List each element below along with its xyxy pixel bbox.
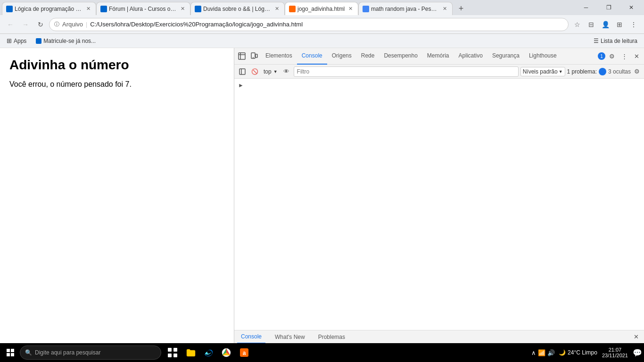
console-eye-icon[interactable]: 👁 xyxy=(281,66,292,77)
menu-icon[interactable]: ⋮ xyxy=(627,18,640,31)
profile-icon[interactable]: 👤 xyxy=(599,18,612,31)
taskbar-icons: a xyxy=(164,344,253,361)
network-icon[interactable]: 📶 xyxy=(538,349,545,356)
svg-rect-10 xyxy=(168,354,172,357)
tab2-close[interactable]: ✕ xyxy=(179,5,186,13)
edge-icon[interactable] xyxy=(200,344,217,361)
tray-expand-icon[interactable]: ∧ xyxy=(531,349,536,356)
tab-aplicativo[interactable]: Aplicativo xyxy=(454,48,487,65)
bottom-whats-new-label: What's New xyxy=(275,334,305,340)
start-button[interactable] xyxy=(2,344,19,361)
alura-bookmark[interactable]: Matricule-se já nos... xyxy=(33,37,99,45)
devtools-action-buttons xyxy=(236,50,260,62)
taskbar-search-bar[interactable]: 🔍 Digite aqui para pesquisar xyxy=(20,346,161,360)
tab-memoria[interactable]: Memória xyxy=(422,48,454,65)
tab-math[interactable]: math random java - Pesquis... ✕ xyxy=(358,2,453,15)
console-filter-input[interactable] xyxy=(294,66,519,77)
tab-rede-label: Rede xyxy=(361,52,375,59)
tab-seguranca[interactable]: Segurança xyxy=(487,48,524,65)
reload-button[interactable]: ↻ xyxy=(34,18,47,31)
taskbar-search-placeholder: Digite aqui para pesquisar xyxy=(35,349,100,356)
chrome-icon[interactable] xyxy=(218,344,235,361)
tab-duvida[interactable]: Duvida sobre o && | Lógica ... ✕ xyxy=(190,2,285,15)
alura-favicon xyxy=(36,38,41,44)
tab-rede[interactable]: Rede xyxy=(356,48,380,65)
extensions-icon[interactable]: ⊞ xyxy=(613,18,626,31)
console-sidebar-icon[interactable] xyxy=(237,66,248,77)
devtools-more-icon[interactable]: ⋮ xyxy=(619,50,630,62)
svg-rect-8 xyxy=(168,348,172,352)
volume-icon[interactable]: 🔊 xyxy=(547,349,555,356)
bottom-tab-console[interactable]: Console xyxy=(237,330,265,344)
console-levels-label: Níveis padrão xyxy=(523,68,558,75)
tab3-close[interactable]: ✕ xyxy=(273,5,281,13)
taskbar: 🔍 Digite aqui para pesquisar xyxy=(0,343,644,362)
tab-origens[interactable]: Origens xyxy=(327,48,356,65)
console-prompt: ► xyxy=(236,81,642,90)
tab-elementos-label: Elementos xyxy=(265,52,292,59)
window-controls xyxy=(575,0,642,15)
apps-bookmark[interactable]: ⊞ Apps xyxy=(4,36,29,45)
svg-rect-11 xyxy=(173,354,177,357)
tab-logica[interactable]: Lógica de programação I: Os... ✕ xyxy=(2,2,96,15)
tab-elementos[interactable]: Elementos xyxy=(261,48,297,65)
close-button[interactable] xyxy=(620,0,642,15)
reading-list-button[interactable]: ☰ Lista de leitura xyxy=(591,37,640,45)
tab-console[interactable]: Console xyxy=(297,48,327,65)
devtools-bottom-close[interactable]: ✕ xyxy=(631,332,641,342)
apps-grid-icon: ⊞ xyxy=(7,37,12,44)
new-tab-button[interactable]: + xyxy=(454,2,468,15)
console-body: ► xyxy=(234,79,644,330)
console-levels-dropdown[interactable]: Níveis padrão ▼ xyxy=(520,67,565,76)
bookmark-star-icon[interactable]: ☆ xyxy=(570,18,584,31)
bottom-tab-problemas[interactable]: Problemas xyxy=(314,330,349,344)
page-heading: Adivinha o número xyxy=(9,58,224,73)
tab1-favicon xyxy=(6,6,13,12)
tab4-close[interactable]: ✕ xyxy=(347,5,354,13)
tab-desempenho[interactable]: Desempenho xyxy=(379,48,422,65)
console-clear-icon[interactable]: 🚫 xyxy=(249,66,260,77)
app-icon[interactable]: a xyxy=(236,344,253,361)
devtools-panel: Elementos Console Origens Rede Desempenh… xyxy=(234,48,644,343)
devtools-inspect-icon[interactable] xyxy=(236,50,248,62)
devtools-close-icon[interactable]: ✕ xyxy=(631,50,642,62)
reading-list-icon: ☰ xyxy=(594,38,599,44)
address-separator: | xyxy=(86,21,87,28)
tab-lighthouse[interactable]: Lighthouse xyxy=(524,48,561,65)
console-prompt-arrow[interactable]: ► xyxy=(238,82,244,89)
console-hidden-label: 3 ocultas xyxy=(608,68,631,75)
maximize-button[interactable] xyxy=(598,0,619,15)
console-problems-badge[interactable]: 1 problema: 1 xyxy=(567,68,606,75)
bottom-problemas-label: Problemas xyxy=(318,334,345,340)
nav-right-icons: ☆ ⊟ 👤 ⊞ ⋮ xyxy=(570,18,640,31)
back-button[interactable]: ← xyxy=(4,18,17,31)
tab-bar: Lógica de programação I: Os... ✕ Fórum |… xyxy=(2,0,571,15)
apps-label: Apps xyxy=(14,38,26,44)
minimize-button[interactable] xyxy=(575,0,597,15)
tab1-close[interactable]: ✕ xyxy=(84,5,92,13)
tab-console-label: Console xyxy=(302,52,322,59)
devtools-settings-icon[interactable]: ⚙ xyxy=(606,50,618,62)
tab-forum[interactable]: Fórum | Alura - Cursos onlin... ✕ xyxy=(96,2,190,15)
console-toolbar: 🚫 top ▼ 👁 Níveis padrão ▼ 1 problema: 1 … xyxy=(234,65,644,79)
forward-button[interactable]: → xyxy=(19,18,32,31)
weather-icon: 🌙 xyxy=(559,349,566,356)
address-bar[interactable]: ⓘ Arquivo | C:/Users/lohra/Desktop/Exerc… xyxy=(49,18,569,31)
notification-center-icon[interactable]: 💬 xyxy=(633,348,642,357)
weather-widget[interactable]: 🌙 24°C Limpo xyxy=(559,349,597,356)
console-settings-icon[interactable]: ⚙ xyxy=(633,67,641,76)
tab-jogo-adivinha[interactable]: jogo_adivinha.html ✕ xyxy=(285,2,358,15)
taskbar-clock[interactable]: 21:07 23/11/2021 xyxy=(599,347,631,358)
taskbar-right: ∧ 📶 🔊 🌙 24°C Limpo 21:07 23/11/2021 💬 xyxy=(529,347,642,358)
task-view-icon[interactable] xyxy=(164,344,181,361)
tab2-label: Fórum | Alura - Cursos onlin... xyxy=(109,6,177,12)
svg-rect-9 xyxy=(173,348,177,352)
tab-search-icon[interactable]: ⊟ xyxy=(585,18,598,31)
bottom-tab-whats-new[interactable]: What's New xyxy=(271,330,309,344)
tab5-close[interactable]: ✕ xyxy=(441,5,448,13)
bottom-console-label: Console xyxy=(241,333,262,340)
console-context-selector[interactable]: top ▼ xyxy=(262,67,280,76)
devtools-device-icon[interactable] xyxy=(248,50,260,62)
svg-point-5 xyxy=(253,57,254,58)
file-explorer-icon[interactable] xyxy=(182,344,199,361)
